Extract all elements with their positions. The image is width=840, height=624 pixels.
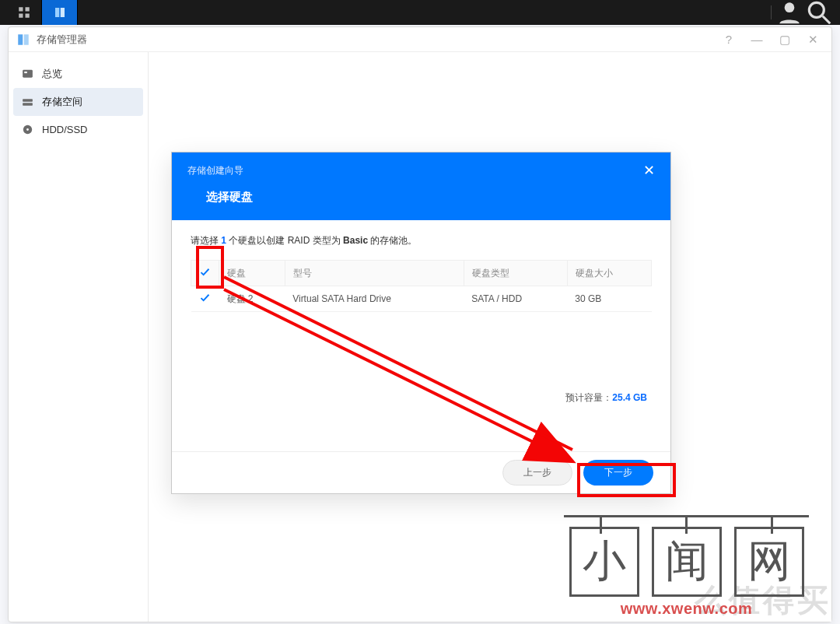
storage-icon xyxy=(21,96,34,109)
check-icon xyxy=(199,292,211,303)
sidebar-item-storage[interactable]: 存储空间 xyxy=(13,88,143,116)
svg-rect-10 xyxy=(24,34,29,45)
estimated-capacity: 预计容量：25.4 GB xyxy=(565,391,647,405)
column-drive: 硬盘 xyxy=(219,261,285,286)
row-checkbox[interactable] xyxy=(199,292,211,303)
wizard-header: 存储创建向导 ✕ 选择硬盘 xyxy=(172,152,670,220)
column-model: 型号 xyxy=(285,261,464,286)
maximize-button[interactable]: ▢ xyxy=(774,29,796,51)
svg-rect-11 xyxy=(23,69,33,77)
sidebar-item-label: 总览 xyxy=(42,67,62,81)
sidebar-item-label: HDD/SSD xyxy=(42,124,88,135)
wizard-instruction: 请选择 1 个硬盘以创建 RAID 类型为 Basic 的存储池。 xyxy=(191,234,652,247)
column-type: 硬盘类型 xyxy=(464,261,567,286)
drive-table: 硬盘 型号 硬盘类型 硬盘大小 硬盘 2 Virtual SATA Hard D… xyxy=(191,260,652,312)
taskbar-storage-icon[interactable] xyxy=(42,0,78,25)
svg-point-6 xyxy=(785,2,795,12)
app-icon xyxy=(16,33,30,47)
svg-rect-1 xyxy=(25,7,29,11)
wizard-body: 请选择 1 个硬盘以创建 RAID 类型为 Basic 的存储池。 硬盘 型号 … xyxy=(172,220,670,451)
column-checkbox[interactable] xyxy=(191,261,219,286)
taskbar-separator xyxy=(771,5,772,19)
wizard-title: 选择硬盘 xyxy=(187,190,655,205)
taskbar-apps-icon[interactable] xyxy=(6,0,42,25)
svg-point-7 xyxy=(809,2,824,17)
column-size: 硬盘大小 xyxy=(567,261,651,286)
cell-model: Virtual SATA Hard Drive xyxy=(285,286,464,312)
background-watermark-text: 么值得买 xyxy=(695,579,831,622)
wizard-close-icon[interactable]: ✕ xyxy=(643,162,655,179)
wizard-breadcrumb: 存储创建向导 xyxy=(187,164,243,177)
hdd-icon xyxy=(21,123,34,136)
sidebar-item-label: 存储空间 xyxy=(42,95,82,109)
svg-rect-2 xyxy=(19,14,23,18)
taskbar-search-icon[interactable] xyxy=(804,0,834,25)
prev-button[interactable]: 上一步 xyxy=(502,460,572,486)
svg-point-16 xyxy=(26,128,29,131)
svg-rect-5 xyxy=(60,8,64,17)
storage-creation-wizard: 存储创建向导 ✕ 选择硬盘 请选择 1 个硬盘以创建 RAID 类型为 Basi… xyxy=(171,152,671,494)
cell-drive: 硬盘 2 xyxy=(219,286,285,312)
sidebar-item-overview[interactable]: 总览 xyxy=(13,60,143,88)
table-row[interactable]: 硬盘 2 Virtual SATA Hard Drive SATA / HDD … xyxy=(191,286,652,312)
svg-rect-12 xyxy=(24,71,27,72)
os-taskbar xyxy=(0,0,840,25)
svg-line-8 xyxy=(823,16,831,24)
wizard-footer: 上一步 下一步 xyxy=(172,451,670,493)
overview-icon xyxy=(21,68,34,81)
sidebar-item-hdd[interactable]: HDD/SSD xyxy=(13,116,143,143)
cell-type: SATA / HDD xyxy=(464,286,567,312)
next-button[interactable]: 下一步 xyxy=(583,460,653,486)
check-icon xyxy=(199,266,211,278)
svg-rect-4 xyxy=(55,8,59,17)
svg-rect-0 xyxy=(19,7,23,11)
close-button[interactable]: ✕ xyxy=(802,29,824,51)
select-all-checkbox xyxy=(199,266,211,278)
window-title: 存储管理器 xyxy=(37,33,87,47)
svg-rect-13 xyxy=(23,99,33,102)
sidebar: 总览 存储空间 HDD/SSD xyxy=(9,52,149,622)
svg-rect-9 xyxy=(18,34,23,45)
svg-rect-14 xyxy=(23,103,33,106)
taskbar-user-icon[interactable] xyxy=(775,0,804,25)
help-button[interactable]: ? xyxy=(718,29,740,51)
window-titlebar: 存储管理器 ? — ▢ ✕ xyxy=(9,27,831,52)
minimize-button[interactable]: — xyxy=(746,29,768,51)
cell-size: 30 GB xyxy=(567,286,651,312)
svg-rect-3 xyxy=(25,14,29,18)
